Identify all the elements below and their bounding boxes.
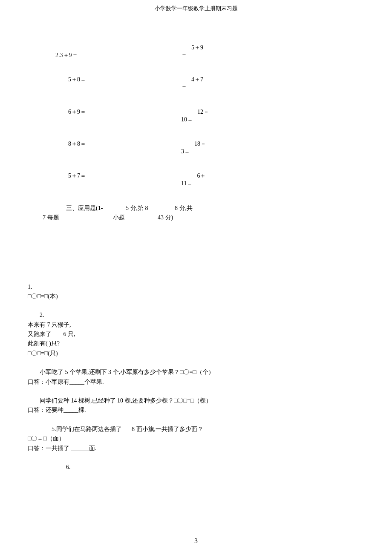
p6-num: 6. xyxy=(66,463,364,472)
page-number: 3 xyxy=(0,535,392,546)
math-cell-right: ＝ 4＋7 xyxy=(181,75,266,92)
row5-right-eq: 11＝ xyxy=(181,171,193,188)
p5-line1-a: 5.同学们在马路两边各插了 xyxy=(40,425,122,434)
st-l1-p2: 5 分,第 8 xyxy=(126,204,175,213)
row3-left-expr: 6＋9＝ xyxy=(68,109,86,115)
st-l2-p2: 小题 xyxy=(113,213,158,222)
math-cell-right: 3＝ 18－ xyxy=(181,139,266,156)
word-problems: 1. □〇□=□(本) 2. 本来有 7 只猴子, 又跑来了 6 只, 此刻有(… xyxy=(28,282,364,472)
p5-line1: 5.同学们在马路两边各插了 8 面小旗,一共插了多少面？ xyxy=(28,425,364,434)
p5-line2: □〇＝□（面） xyxy=(28,434,364,443)
math-row-3: 6＋9＝ 10＝ 12－ xyxy=(68,107,364,124)
row4-left-expr: 8＋8＝ xyxy=(68,141,86,147)
p3-line2: 口答：小军原有_____个苹果. xyxy=(28,377,364,387)
header-title: 小学数学一年级教学上册期末习题 xyxy=(155,5,238,12)
p1-expr: □〇□=□(本) xyxy=(28,292,364,301)
st-l1-p1: 三、应用题(1- xyxy=(66,204,126,213)
p1-num: 1. xyxy=(28,282,364,292)
section-title-line2: 7 每题 小题 43 分) xyxy=(43,213,364,222)
page-container: 小学数学一年级教学上册期末习题 2.3＋9＝ ＝ 5＋9 5＋8＝ ＝ 4＋7 xyxy=(0,0,392,555)
section-title-line1: 三、应用题(1- 5 分,第 8 8 分,共 xyxy=(66,204,364,213)
row1-prefix: 2. xyxy=(55,52,60,58)
p2-line1: 本来有 7 只猴子, xyxy=(28,320,364,330)
p4-line1: 同学们要种 14 棵树,已经种了 10 棵,还要种多少棵？□〇□=□（棵） xyxy=(28,396,364,405)
row2-right-eq: ＝ xyxy=(181,75,187,92)
p2-line4: □〇□=□(只) xyxy=(28,349,364,358)
row3-right-expr: 12－ xyxy=(197,107,209,124)
p5-line3: 口答：一共插了 ______面. xyxy=(28,444,364,453)
problem-6: 6. xyxy=(28,463,364,472)
row1-left-expr: 3＋9＝ xyxy=(60,52,78,58)
p3-line1: 小军吃了 5 个苹果,还剩下 3 个,小军原有多少个苹果？□〇=□（个） xyxy=(28,368,364,377)
row4-right-expr: 18－ xyxy=(194,139,206,156)
page-header: 小学数学一年级教学上册期末习题 xyxy=(0,0,392,13)
problem-2: 2. 本来有 7 只猴子, 又跑来了 6 只, 此刻有( )只? □〇□=□(只… xyxy=(28,311,364,358)
math-cell-right: ＝ 5＋9 xyxy=(181,43,203,60)
math-row-4: 8＋8＝ 3＝ 18－ xyxy=(68,139,364,156)
problem-5: 5.同学们在马路两边各插了 8 面小旗,一共插了多少面？ □〇＝□（面） 口答：… xyxy=(28,425,364,453)
math-cell-left: 6＋9＝ xyxy=(68,107,181,124)
p4-line2: 口答：还要种_____棵. xyxy=(28,405,364,415)
row3-right-eq: 10＝ xyxy=(181,107,193,124)
row2-left-expr: 5＋8＝ xyxy=(68,76,86,83)
math-cell-left: 5＋7＝ xyxy=(68,171,181,188)
math-cell-right: 10＝ 12－ xyxy=(181,107,266,124)
row4-right-eq: 3＝ xyxy=(181,139,190,156)
p2-line2-a: 又跑来了 xyxy=(28,330,62,339)
math-row-5: 5＋7＝ 11＝ 6＋ xyxy=(68,171,364,188)
st-l2-p3: 43 分) xyxy=(158,213,173,222)
row1-right-eq: ＝ xyxy=(181,43,187,60)
p5-line1-b: 8 面小旗,一共插了多少面？ xyxy=(132,426,203,432)
problem-3: 小军吃了 5 个苹果,还剩下 3 个,小军原有多少个苹果？□〇=□（个） 口答：… xyxy=(28,368,364,387)
math-row-2: 5＋8＝ ＝ 4＋7 xyxy=(68,75,364,92)
math-row-1: 2.3＋9＝ ＝ 5＋9 xyxy=(68,43,364,60)
math-cell-left: 5＋8＝ xyxy=(68,75,181,92)
page-content: 2.3＋9＝ ＝ 5＋9 5＋8＝ ＝ 4＋7 6＋9＝ xyxy=(0,13,392,472)
row1-right-expr: 5＋9 xyxy=(191,43,203,60)
p2-line2: 又跑来了 6 只, xyxy=(28,330,364,339)
row5-right-expr: 6＋ xyxy=(197,171,206,188)
row2-right-expr: 4＋7 xyxy=(191,75,203,92)
row5-left-expr: 5＋7＝ xyxy=(68,173,86,179)
section-title: 三、应用题(1- 5 分,第 8 8 分,共 7 每题 小题 43 分) xyxy=(66,204,364,223)
p2-num: 2. xyxy=(28,311,364,320)
math-problems-block: 2.3＋9＝ ＝ 5＋9 5＋8＝ ＝ 4＋7 6＋9＝ xyxy=(68,43,364,189)
st-l1-p3: 8 分,共 xyxy=(175,204,193,213)
math-cell-left: 8＋8＝ xyxy=(68,139,181,156)
problem-1: 1. □〇□=□(本) xyxy=(28,282,364,302)
p2-line2-b: 6 只, xyxy=(63,331,75,337)
problem-4: 同学们要种 14 棵树,已经种了 10 棵,还要种多少棵？□〇□=□（棵） 口答… xyxy=(28,396,364,415)
math-cell-right: 11＝ 6＋ xyxy=(181,171,266,188)
math-cell-left: 2.3＋9＝ xyxy=(55,43,181,60)
p2-line3: 此刻有( )只? xyxy=(28,339,364,348)
st-l2-p1: 7 每题 xyxy=(43,213,113,222)
